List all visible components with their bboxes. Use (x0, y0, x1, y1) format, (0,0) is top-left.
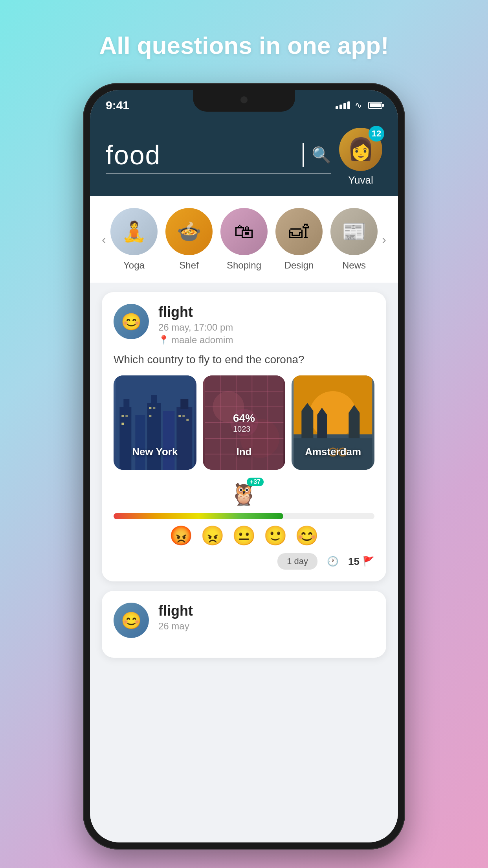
shoping-icon: 🛍 (234, 220, 254, 243)
location-pin-icon: 📍 (158, 335, 169, 345)
status-time: 9:41 (106, 99, 129, 112)
category-news-circle: 📰 (330, 208, 378, 255)
emotion-neutral[interactable]: 😐 (232, 525, 256, 547)
vote-label-newyork: New York (114, 446, 196, 458)
category-shoping[interactable]: 🛍 Shoping (220, 208, 268, 271)
vote-options: New York (114, 375, 374, 470)
vote-label-india: Ind (203, 446, 286, 458)
avatar-emoji: 👩 (347, 136, 374, 162)
category-news[interactable]: 📰 News (330, 208, 378, 271)
svg-rect-12 (149, 407, 151, 409)
wifi-icon: ∿ (355, 100, 362, 110)
card-2-author-avatar: 😊 (114, 603, 149, 638)
category-shoping-label: Shoping (227, 260, 261, 271)
flight-card-2: 😊 flight 26 may (102, 591, 386, 658)
progress-bar-fill (114, 513, 283, 519)
owl-mascot-wrap: 🦉 +37 (224, 478, 264, 509)
categories-row: ‹ 🧘 Yoga 🍲 Shef (90, 196, 398, 283)
signal-bar-2 (339, 105, 342, 109)
emotion-icons-row: 😡 😠 😐 🙂 😊 (169, 525, 319, 547)
category-items: 🧘 Yoga 🍲 Shef 🛍 Shoping (110, 208, 378, 271)
phone-notch (193, 90, 295, 112)
card-2-author-emoji: 😊 (121, 611, 141, 630)
svg-rect-3 (135, 415, 145, 470)
phone-screen: 9:41 ∿ food 🔍 (90, 90, 398, 842)
card-2-title: flight (158, 603, 374, 619)
svg-rect-15 (178, 415, 181, 417)
vote-option-india[interactable]: 64% 1023 Ind (203, 375, 286, 470)
svg-rect-13 (153, 407, 155, 409)
vote-option-amsterdam[interactable]: Amsterdam (292, 375, 374, 470)
tagline: All questions in one app! (99, 31, 389, 59)
category-design-label: Design (284, 260, 314, 271)
comment-count: 15 (348, 555, 360, 568)
signal-icon (336, 101, 350, 109)
categories-right-arrow[interactable]: › (378, 232, 390, 247)
emotion-angry[interactable]: 😡 (169, 525, 193, 547)
card-header: 😊 flight 26 may, 17:00 pm 📍 maale adomim (114, 304, 374, 346)
card-author-emoji: 😊 (121, 312, 141, 331)
svg-rect-6 (163, 411, 174, 470)
status-icons: ∿ (336, 100, 382, 110)
category-yoga-circle: 🧘 (110, 208, 158, 255)
category-yoga[interactable]: 🧘 Yoga (110, 208, 158, 271)
category-design[interactable]: 🛋 Design (275, 208, 323, 271)
main-content: ‹ 🧘 Yoga 🍲 Shef (90, 196, 398, 842)
emotion-happy[interactable]: 🙂 (264, 525, 287, 547)
comment-count-wrap[interactable]: 15 🚩 (348, 555, 374, 568)
flag-icon: 🚩 (363, 556, 374, 567)
svg-rect-4 (147, 403, 161, 470)
signal-bar-4 (347, 101, 350, 109)
card-2-date: 26 may (158, 621, 374, 632)
user-avatar-wrap[interactable]: 👩 12 Yuval (339, 128, 382, 186)
category-shef-label: Shef (179, 260, 198, 271)
battery-fill (370, 103, 381, 107)
clock-icon-wrap: 🕐 (327, 556, 339, 567)
signal-bar-1 (336, 106, 338, 109)
search-icon[interactable]: 🔍 (312, 146, 331, 164)
svg-rect-35 (302, 411, 314, 438)
card-author-avatar: 😊 (114, 304, 149, 339)
search-section[interactable]: food 🔍 (106, 140, 331, 174)
emotion-progress-bar (114, 513, 374, 519)
category-design-circle: 🛋 (275, 208, 323, 255)
card-location-text: maale adomim (171, 335, 233, 346)
category-yoga-label: Yoga (123, 260, 145, 271)
emotion-very-happy[interactable]: 😊 (295, 525, 319, 547)
svg-rect-10 (125, 415, 128, 417)
cursor (303, 143, 304, 167)
svg-rect-16 (182, 415, 185, 417)
battery-icon (368, 102, 382, 109)
svg-rect-39 (349, 413, 360, 438)
card-date: 26 may, 17:00 pm (158, 322, 374, 333)
category-shef-circle: 🍲 (165, 208, 213, 255)
card-title: flight (158, 304, 374, 320)
owl-points-badge: +37 (247, 478, 264, 486)
card-question: Which country to fly to end the corona? (114, 353, 374, 366)
svg-rect-11 (121, 423, 124, 425)
gamification-section: 🦉 +37 😡 😠 😐 🙂 😊 (114, 470, 374, 553)
time-tag: 1 day (277, 553, 317, 570)
card-2-header: 😊 flight 26 may (114, 603, 374, 638)
card-footer: 1 day 🕐 15 🚩 (114, 553, 374, 570)
notification-badge: 12 (369, 126, 384, 142)
svg-rect-8 (180, 399, 188, 409)
shef-icon: 🍲 (177, 220, 201, 243)
search-input[interactable]: food (106, 140, 301, 170)
vote-option-newyork[interactable]: New York (114, 375, 196, 470)
phone-frame: 9:41 ∿ food 🔍 (83, 83, 405, 850)
categories-left-arrow[interactable]: ‹ (98, 232, 110, 247)
emotion-displeased[interactable]: 😠 (201, 525, 224, 547)
svg-rect-37 (317, 415, 327, 438)
category-shoping-circle: 🛍 (220, 208, 268, 255)
design-icon: 🛋 (289, 220, 309, 243)
flight-card-1: 😊 flight 26 may, 17:00 pm 📍 maale adomim… (102, 292, 386, 581)
news-icon: 📰 (342, 220, 366, 243)
camera-dot (240, 96, 248, 103)
vote-label-amsterdam: Amsterdam (292, 446, 374, 458)
category-shef[interactable]: 🍲 Shef (165, 208, 213, 271)
category-news-label: News (342, 260, 366, 271)
yoga-icon: 🧘 (122, 220, 146, 243)
svg-rect-14 (149, 415, 151, 417)
signal-bar-3 (343, 103, 346, 109)
